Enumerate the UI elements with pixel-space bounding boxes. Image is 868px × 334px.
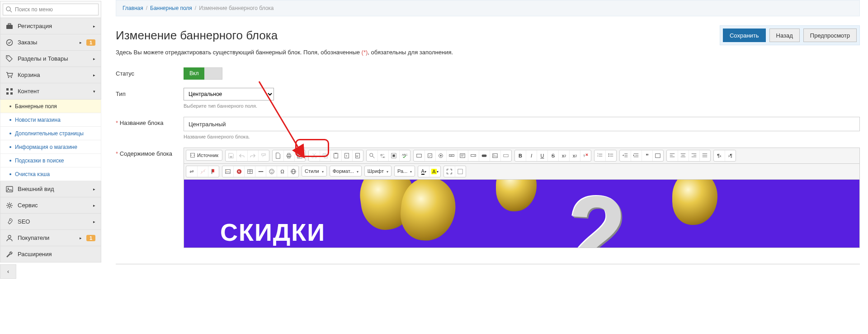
align-left-icon[interactable] <box>667 150 678 161</box>
flash-icon[interactable] <box>233 166 244 177</box>
underline-icon[interactable]: U <box>537 150 547 161</box>
image-field-icon[interactable] <box>490 150 500 161</box>
editor-canvas-scroll[interactable]: 2 СКИДКИ <box>184 180 859 248</box>
preview-button[interactable]: Предпросмотр <box>803 29 857 42</box>
breadcrumb-banner-fields[interactable]: Баннерные поля <box>150 5 192 11</box>
textarea-icon[interactable] <box>457 150 468 161</box>
format-combo[interactable]: Формат... <box>330 166 362 177</box>
smiley-icon[interactable] <box>266 166 277 177</box>
blockquote-icon[interactable]: ” <box>642 150 652 161</box>
sidebar-item-service[interactable]: Сервис <box>0 197 101 214</box>
save-doc-icon[interactable] <box>226 150 236 161</box>
select-all-icon[interactable] <box>388 150 399 161</box>
sidebar-sub-clear-cache[interactable]: Очистка кэша <box>0 167 101 181</box>
bold-icon[interactable]: B <box>515 150 526 161</box>
banner-canvas[interactable]: 2 СКИДКИ <box>184 180 859 248</box>
show-blocks-icon[interactable] <box>455 166 466 177</box>
hr-icon[interactable] <box>255 166 266 177</box>
new-page-icon[interactable] <box>273 150 283 161</box>
align-center-icon[interactable] <box>678 150 689 161</box>
styles-combo[interactable]: Стили <box>302 166 327 177</box>
paste-icon[interactable] <box>330 150 341 161</box>
size-combo[interactable]: Ра... <box>394 166 415 177</box>
subscript-icon[interactable]: x2 <box>558 150 569 161</box>
link-icon[interactable] <box>186 166 197 177</box>
sidebar-item-extensions[interactable]: Расширения <box>0 246 101 262</box>
outdent-icon[interactable] <box>620 150 631 161</box>
radio-icon[interactable] <box>435 150 446 161</box>
sidebar-sub-store-info[interactable]: Информация о магазине <box>0 140 101 154</box>
sidebar-item-customers[interactable]: Покупатели 1 <box>0 230 101 246</box>
paste-text-icon[interactable]: T <box>341 150 352 161</box>
source-button[interactable]: Источник <box>186 150 222 161</box>
sidebar-sub-search-hints[interactable]: Подсказки в поиске <box>0 154 101 167</box>
undo-icon[interactable] <box>236 150 247 161</box>
chevron-right-icon <box>93 57 95 61</box>
copy-icon[interactable] <box>320 150 330 161</box>
sidebar-item-seo[interactable]: SEO <box>0 214 101 230</box>
indent-icon[interactable] <box>631 150 642 161</box>
chevron-left-icon: ‹ <box>7 268 9 275</box>
print-preview-icon[interactable] <box>258 150 269 161</box>
rtl-icon[interactable]: ›¶ <box>725 150 736 161</box>
select-field-icon[interactable] <box>468 150 479 161</box>
table-icon[interactable] <box>244 166 255 177</box>
bullet-list-icon[interactable] <box>605 150 616 161</box>
svg-rect-9 <box>10 88 13 91</box>
textfield-icon[interactable]: abl <box>446 150 457 161</box>
unlink-icon[interactable] <box>197 166 208 177</box>
sidebar-item-registration[interactable]: Регистрация <box>0 18 101 34</box>
svg-point-35 <box>370 153 373 157</box>
sidebar-collapse-button[interactable]: ‹ <box>0 264 16 279</box>
redo-icon[interactable] <box>247 150 258 161</box>
strike-icon[interactable]: S <box>547 150 558 161</box>
sidebar-item-appearance[interactable]: Внешний вид <box>0 181 101 197</box>
align-justify-icon[interactable] <box>699 150 710 161</box>
italic-icon[interactable]: I <box>526 150 537 161</box>
print-icon[interactable] <box>283 150 294 161</box>
templates-icon[interactable] <box>294 150 305 161</box>
align-right-icon[interactable] <box>689 150 699 161</box>
div-icon[interactable] <box>652 150 663 161</box>
sidebar-item-catalog[interactable]: Разделы и Товары <box>0 51 101 67</box>
replace-icon[interactable]: abac <box>377 150 388 161</box>
menu-search-input[interactable] <box>3 4 99 15</box>
save-button[interactable]: Сохранить <box>723 29 766 42</box>
sidebar-item-content[interactable]: Контент <box>0 83 101 100</box>
back-button[interactable]: Назад <box>769 29 800 42</box>
sidebar-sub-banner-fields[interactable]: Баннерные поля <box>0 100 101 113</box>
sidebar-item-cart[interactable]: Корзина <box>0 67 101 83</box>
special-char-icon[interactable]: Ω <box>277 166 288 177</box>
combo-label: Формат... <box>333 168 354 174</box>
button-field-icon[interactable] <box>479 150 490 161</box>
ltr-icon[interactable]: ¶‹ <box>714 150 725 161</box>
sidebar-sub-news[interactable]: Новости магазина <box>0 113 101 127</box>
status-toggle[interactable]: Вкл <box>184 67 222 80</box>
anchor-icon[interactable] <box>208 166 219 177</box>
paste-word-icon[interactable]: W <box>352 150 363 161</box>
find-icon[interactable] <box>367 150 377 161</box>
checkbox-icon[interactable] <box>425 150 435 161</box>
cut-icon[interactable] <box>309 150 320 161</box>
svg-text:W: W <box>356 155 359 157</box>
hidden-field-icon[interactable] <box>500 150 511 161</box>
sidebar-item-orders[interactable]: Заказы 1 <box>0 34 101 51</box>
numbered-list-icon[interactable]: 12 <box>594 150 605 161</box>
chevron-right-icon <box>93 203 95 208</box>
bg-color-icon[interactable]: A▾ <box>429 166 440 177</box>
breadcrumb-home[interactable]: Главная <box>123 5 143 11</box>
font-combo[interactable]: Шрифт <box>364 166 392 177</box>
iframe-icon[interactable] <box>288 166 298 177</box>
block-name-input[interactable] <box>184 117 860 131</box>
sidebar-sub-pages[interactable]: Дополнительные страницы <box>0 127 101 140</box>
maximize-icon[interactable] <box>444 166 455 177</box>
spellcheck-icon[interactable]: ABC <box>399 150 410 161</box>
text-color-icon[interactable]: A▾ <box>418 166 429 177</box>
remove-format-icon[interactable]: T <box>580 150 591 161</box>
type-select[interactable]: Центральное <box>184 88 274 100</box>
svg-rect-48 <box>460 154 465 158</box>
svg-rect-18 <box>230 156 232 158</box>
image-insert-icon[interactable] <box>222 166 233 177</box>
superscript-icon[interactable]: x2 <box>569 150 580 161</box>
form-icon[interactable] <box>414 150 425 161</box>
